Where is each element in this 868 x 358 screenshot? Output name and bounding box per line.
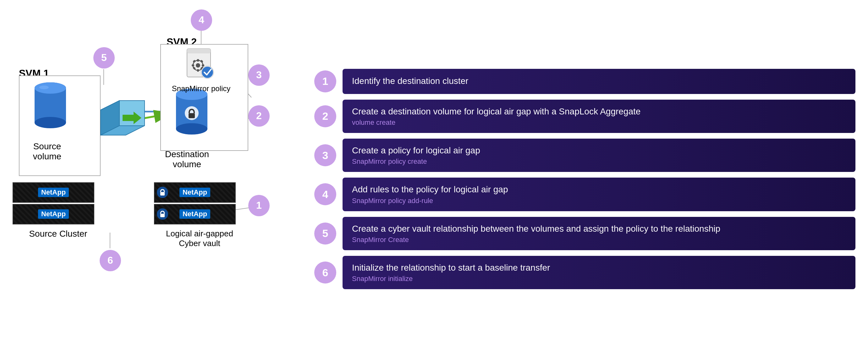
step-title-5: Create a cyber vault relationship betwee… xyxy=(352,223,846,235)
svg-rect-42 xyxy=(160,192,165,196)
diagram-circle-5: 5 xyxy=(93,47,115,68)
diagram-circle-4: 4 xyxy=(191,9,212,31)
source-cylinder xyxy=(31,82,69,133)
step-title-1: Identify the destination cluster xyxy=(352,76,846,87)
step-circle-1: 1 xyxy=(314,70,336,92)
svg-rect-26 xyxy=(189,113,195,118)
step-title-4: Add rules to the policy for logical air … xyxy=(352,184,846,195)
dest-cluster-area: NetApp NetApp Logical air-ga xyxy=(154,182,245,248)
source-volume-label: Source volume xyxy=(22,142,72,161)
svg-point-23 xyxy=(176,123,208,135)
svg-point-30 xyxy=(196,63,200,67)
step-card-5: Create a cyber vault relationship betwee… xyxy=(343,217,856,250)
svg-marker-19 xyxy=(119,100,145,126)
step-card-1: Identify the destination cluster xyxy=(343,69,856,94)
step-circle-6: 6 xyxy=(314,262,336,284)
svg-point-15 xyxy=(35,82,66,94)
step-circle-5: 5 xyxy=(314,222,336,244)
dest-stack: NetApp NetApp xyxy=(154,182,236,226)
source-cluster-area: NetApp NetApp Source Cluster xyxy=(12,182,104,239)
svg-rect-32 xyxy=(197,69,199,72)
snapmirror-policy-area: SnapMirror policy xyxy=(166,47,236,93)
step-card-3: Create a policy for logical air gap Snap… xyxy=(343,139,856,172)
dest-volume-label: Destination volume xyxy=(157,149,217,170)
step-row-6: 6 Initialize the relationship to start a… xyxy=(314,256,856,289)
svg-point-14 xyxy=(35,117,66,128)
diagram-circle-1: 1 xyxy=(248,195,270,216)
svg-rect-44 xyxy=(160,214,165,217)
step-subtitle-4: SnapMirror policy add-rule xyxy=(352,197,846,205)
policy-label: SnapMirror policy xyxy=(166,84,236,93)
netapp-brand-4: NetApp xyxy=(180,209,210,219)
step-title-3: Create a policy for logical air gap xyxy=(352,145,846,156)
step-subtitle-6: SnapMirror initialize xyxy=(352,275,846,283)
step-row-3: 3 Create a policy for logical air gap Sn… xyxy=(314,139,856,172)
svg-rect-28 xyxy=(187,49,211,54)
diagram-circle-6: 6 xyxy=(100,250,121,271)
step-card-2: Create a destination volume for logical … xyxy=(343,100,856,133)
source-cluster-label: Source Cluster xyxy=(12,229,104,239)
svg-point-16 xyxy=(39,86,49,89)
policy-icon xyxy=(166,47,236,83)
steps-area: 1 Identify the destination cluster 2 Cre… xyxy=(296,69,856,290)
dest-cluster-label: Logical air-gapped Cyber vault xyxy=(154,229,245,248)
main-container: SVM 1 SVM 2 Source volume xyxy=(0,0,868,358)
step-row-1: 1 Identify the destination cluster xyxy=(314,69,856,94)
step-row-5: 5 Create a cyber vault relationship betw… xyxy=(314,217,856,250)
step-circle-3: 3 xyxy=(314,144,336,166)
step-card-4: Add rules to the policy for logical air … xyxy=(343,178,856,211)
diagram-circle-3: 3 xyxy=(248,64,270,86)
netapp-brand-3: NetApp xyxy=(180,188,210,197)
step-title-6: Initialize the relationship to start a b… xyxy=(352,262,846,273)
step-row-4: 4 Add rules to the policy for logical ai… xyxy=(314,178,856,211)
network-switch xyxy=(97,97,148,140)
step-card-6: Initialize the relationship to start a b… xyxy=(343,256,856,289)
step-subtitle-3: SnapMirror policy create xyxy=(352,157,846,166)
source-stack: NetApp NetApp xyxy=(12,182,94,226)
step-title-2: Create a destination volume for logical … xyxy=(352,106,846,117)
svg-rect-34 xyxy=(202,64,204,66)
svg-rect-33 xyxy=(192,64,194,66)
step-subtitle-5: SnapMirror Create xyxy=(352,236,846,244)
step-circle-4: 4 xyxy=(314,183,336,205)
step-subtitle-2: volume create xyxy=(352,119,846,127)
svg-point-40 xyxy=(202,67,213,78)
svg-rect-31 xyxy=(197,59,199,62)
step-circle-2: 2 xyxy=(314,105,336,127)
netapp-brand-1: NetApp xyxy=(38,188,69,197)
diagram-circle-2: 2 xyxy=(248,105,270,127)
diagram-area: SVM 1 SVM 2 Source volume xyxy=(12,6,296,352)
netapp-brand-2: NetApp xyxy=(38,209,69,219)
dest-cylinder xyxy=(173,88,211,140)
step-row-2: 2 Create a destination volume for logica… xyxy=(314,100,856,133)
